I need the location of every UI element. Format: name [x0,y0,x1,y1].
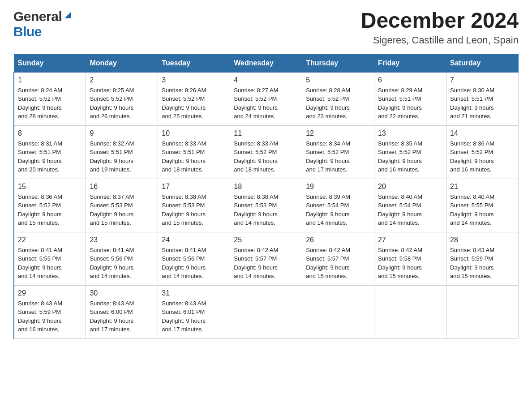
day-info: Sunrise: 8:38 AMSunset: 5:53 PMDaylight:… [162,193,226,227]
day-number: 22 [18,236,82,244]
table-row: 14Sunrise: 8:36 AMSunset: 5:52 PMDayligh… [446,125,519,179]
day-number: 30 [90,289,154,297]
day-info: Sunrise: 8:32 AMSunset: 5:51 PMDaylight:… [90,139,154,174]
table-row [446,285,519,338]
day-info: Sunrise: 8:41 AMSunset: 5:56 PMDaylight:… [162,246,226,281]
table-row: 2Sunrise: 8:25 AMSunset: 5:52 PMDaylight… [86,72,158,126]
table-row: 30Sunrise: 8:43 AMSunset: 6:00 PMDayligh… [86,285,158,338]
table-row [302,285,374,338]
day-number: 18 [234,183,298,191]
table-row: 1Sunrise: 8:24 AMSunset: 5:52 PMDaylight… [14,72,86,126]
day-number: 31 [162,289,226,297]
day-number: 20 [378,183,442,191]
logo: General Blue [13,9,73,39]
day-info: Sunrise: 8:40 AMSunset: 5:54 PMDaylight:… [378,193,442,227]
day-info: Sunrise: 8:36 AMSunset: 5:52 PMDaylight:… [18,193,82,227]
table-row: 27Sunrise: 8:42 AMSunset: 5:58 PMDayligh… [374,232,446,285]
svg-marker-0 [64,12,71,18]
day-info: Sunrise: 8:27 AMSunset: 5:52 PMDaylight:… [234,86,298,121]
calendar-table: Sunday Monday Tuesday Wednesday Thursday… [13,54,519,339]
day-info: Sunrise: 8:42 AMSunset: 5:57 PMDaylight:… [306,246,370,281]
day-number: 10 [162,129,226,137]
day-info: Sunrise: 8:43 AMSunset: 5:59 PMDaylight:… [450,246,515,281]
table-row: 22Sunrise: 8:41 AMSunset: 5:55 PMDayligh… [14,232,86,285]
day-info: Sunrise: 8:40 AMSunset: 5:55 PMDaylight:… [450,193,515,227]
day-number: 14 [450,129,515,137]
table-row: 7Sunrise: 8:30 AMSunset: 5:51 PMDaylight… [446,72,519,126]
calendar-week-row: 22Sunrise: 8:41 AMSunset: 5:55 PMDayligh… [14,232,519,285]
day-number: 1 [18,76,82,84]
calendar-week-row: 29Sunrise: 8:43 AMSunset: 5:59 PMDayligh… [14,285,519,338]
page-header: General Blue December 2024 Sigeres, Cast… [13,9,519,46]
table-row: 29Sunrise: 8:43 AMSunset: 5:59 PMDayligh… [14,285,86,338]
table-row: 6Sunrise: 8:29 AMSunset: 5:51 PMDaylight… [374,72,446,126]
day-number: 3 [162,76,226,84]
day-info: Sunrise: 8:33 AMSunset: 5:51 PMDaylight:… [162,139,226,174]
calendar-week-row: 15Sunrise: 8:36 AMSunset: 5:52 PMDayligh… [14,179,519,232]
col-wednesday: Wednesday [230,54,302,72]
day-number: 28 [450,236,515,244]
table-row: 17Sunrise: 8:38 AMSunset: 5:53 PMDayligh… [158,179,230,232]
day-number: 6 [378,76,442,84]
table-row: 16Sunrise: 8:37 AMSunset: 5:53 PMDayligh… [86,179,158,232]
calendar-header-row: Sunday Monday Tuesday Wednesday Thursday… [14,54,519,72]
day-info: Sunrise: 8:26 AMSunset: 5:52 PMDaylight:… [162,86,226,121]
logo-triangle-icon [63,10,73,20]
table-row: 11Sunrise: 8:33 AMSunset: 5:52 PMDayligh… [230,125,302,179]
day-number: 5 [306,76,370,84]
day-number: 9 [90,129,154,137]
day-info: Sunrise: 8:30 AMSunset: 5:51 PMDaylight:… [450,86,515,121]
table-row: 18Sunrise: 8:38 AMSunset: 5:53 PMDayligh… [230,179,302,232]
day-info: Sunrise: 8:42 AMSunset: 5:57 PMDaylight:… [234,246,298,281]
day-info: Sunrise: 8:28 AMSunset: 5:52 PMDaylight:… [306,86,370,121]
logo-general-text: General [13,9,62,24]
day-number: 2 [90,76,154,84]
day-number: 11 [234,129,298,137]
day-info: Sunrise: 8:39 AMSunset: 5:54 PMDaylight:… [306,193,370,227]
table-row: 25Sunrise: 8:42 AMSunset: 5:57 PMDayligh… [230,232,302,285]
day-info: Sunrise: 8:33 AMSunset: 5:52 PMDaylight:… [234,139,298,174]
table-row: 12Sunrise: 8:34 AMSunset: 5:52 PMDayligh… [302,125,374,179]
table-row: 9Sunrise: 8:32 AMSunset: 5:51 PMDaylight… [86,125,158,179]
calendar-week-row: 1Sunrise: 8:24 AMSunset: 5:52 PMDaylight… [14,72,519,126]
table-row: 20Sunrise: 8:40 AMSunset: 5:54 PMDayligh… [374,179,446,232]
table-row: 5Sunrise: 8:28 AMSunset: 5:52 PMDaylight… [302,72,374,126]
month-title: December 2024 [361,9,519,33]
day-info: Sunrise: 8:43 AMSunset: 6:00 PMDaylight:… [90,299,154,334]
table-row: 3Sunrise: 8:26 AMSunset: 5:52 PMDaylight… [158,72,230,126]
day-info: Sunrise: 8:36 AMSunset: 5:52 PMDaylight:… [450,139,515,174]
day-number: 25 [234,236,298,244]
day-number: 4 [234,76,298,84]
day-number: 12 [306,129,370,137]
table-row: 4Sunrise: 8:27 AMSunset: 5:52 PMDaylight… [230,72,302,126]
day-info: Sunrise: 8:43 AMSunset: 6:01 PMDaylight:… [162,299,226,334]
table-row: 19Sunrise: 8:39 AMSunset: 5:54 PMDayligh… [302,179,374,232]
day-number: 29 [18,289,82,297]
day-number: 21 [450,183,515,191]
day-info: Sunrise: 8:31 AMSunset: 5:51 PMDaylight:… [18,139,82,174]
day-info: Sunrise: 8:35 AMSunset: 5:52 PMDaylight:… [378,139,442,174]
day-info: Sunrise: 8:38 AMSunset: 5:53 PMDaylight:… [234,193,298,227]
table-row: 24Sunrise: 8:41 AMSunset: 5:56 PMDayligh… [158,232,230,285]
table-row: 31Sunrise: 8:43 AMSunset: 6:01 PMDayligh… [158,285,230,338]
day-info: Sunrise: 8:43 AMSunset: 5:59 PMDaylight:… [18,299,82,334]
day-number: 26 [306,236,370,244]
table-row [374,285,446,338]
calendar-week-row: 8Sunrise: 8:31 AMSunset: 5:51 PMDaylight… [14,125,519,179]
day-number: 13 [378,129,442,137]
table-row: 15Sunrise: 8:36 AMSunset: 5:52 PMDayligh… [14,179,86,232]
col-friday: Friday [374,54,446,72]
table-row: 28Sunrise: 8:43 AMSunset: 5:59 PMDayligh… [446,232,519,285]
day-number: 17 [162,183,226,191]
day-info: Sunrise: 8:34 AMSunset: 5:52 PMDaylight:… [306,139,370,174]
day-number: 27 [378,236,442,244]
col-thursday: Thursday [302,54,374,72]
day-info: Sunrise: 8:37 AMSunset: 5:53 PMDaylight:… [90,193,154,227]
day-number: 24 [162,236,226,244]
day-info: Sunrise: 8:42 AMSunset: 5:58 PMDaylight:… [378,246,442,281]
day-number: 16 [90,183,154,191]
col-saturday: Saturday [446,54,519,72]
day-info: Sunrise: 8:25 AMSunset: 5:52 PMDaylight:… [90,86,154,121]
col-sunday: Sunday [14,54,86,72]
col-monday: Monday [86,54,158,72]
